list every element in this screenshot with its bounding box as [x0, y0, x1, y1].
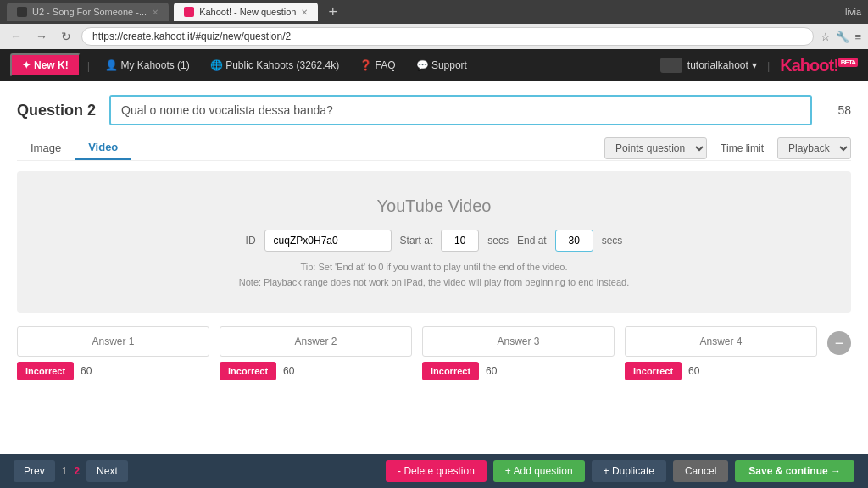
- answer-1-footer: Incorrect 60: [17, 362, 209, 380]
- tab-label-kahoot: Kahoot! - New question: [199, 7, 296, 17]
- faq-icon: ❓: [359, 59, 372, 71]
- back-button[interactable]: ←: [7, 28, 25, 45]
- person-icon: 👤: [105, 59, 118, 71]
- answer-3-status-button[interactable]: Incorrect: [422, 362, 479, 380]
- app-navbar: ✦ New K! | 👤 My Kahoots (1) 🌐 Public Kah…: [0, 49, 868, 81]
- extension-icon[interactable]: 🔧: [836, 30, 849, 43]
- prev-button[interactable]: Prev: [14, 460, 55, 482]
- forward-button[interactable]: →: [32, 28, 51, 45]
- answer-3-footer: Incorrect 60: [422, 362, 615, 380]
- video-tip: Tip: Set 'End at' to 0 if you want to pl…: [34, 262, 834, 272]
- video-start-label: Start at: [400, 235, 433, 247]
- star-icon[interactable]: ☆: [821, 30, 831, 43]
- browser-icons: ☆ 🔧 ≡: [821, 30, 861, 43]
- chevron-down-icon: ▾: [752, 59, 757, 71]
- faq-link[interactable]: ❓ FAQ: [351, 55, 403, 75]
- new-k-label: New K!: [34, 59, 69, 71]
- video-inputs-row: ID Start at secs End at secs: [34, 230, 834, 252]
- video-end-label: End at: [517, 235, 547, 247]
- answer-3-input[interactable]: [422, 326, 615, 357]
- video-note: Note: Playback range does not work on iP…: [34, 277, 834, 287]
- delete-answer-button[interactable]: −: [827, 331, 851, 355]
- support-link[interactable]: 💬 Support: [408, 55, 476, 75]
- answer-col-2: Incorrect 60: [220, 326, 412, 380]
- nav-user-icon: [660, 58, 682, 73]
- answer-col-4: Incorrect 60: [625, 326, 817, 380]
- save-continue-button[interactable]: Save & continue →: [735, 460, 854, 482]
- support-icon: 💬: [416, 59, 429, 71]
- tab-favicon-u2: [17, 7, 27, 17]
- tab-u2[interactable]: U2 - Song For Someone -... ✕: [7, 3, 169, 21]
- kahoot-logo: Kahoot!BETA: [780, 56, 858, 75]
- video-panel: YouTube Video ID Start at secs End at se…: [17, 171, 851, 313]
- question-label: Question 2: [17, 102, 96, 119]
- next-button[interactable]: Next: [86, 460, 128, 482]
- playback-select[interactable]: Playback: [777, 137, 851, 159]
- video-start-unit: secs: [487, 235, 509, 247]
- new-k-button[interactable]: ✦ New K!: [10, 53, 81, 77]
- new-tab-button[interactable]: +: [328, 3, 337, 21]
- tab-label-u2: U2 - Song For Someone -...: [32, 7, 147, 17]
- answer-col-3: Incorrect 60: [422, 326, 615, 380]
- tab-favicon-kahoot: [184, 7, 194, 17]
- answers-grid: Incorrect 60 Incorrect 60: [17, 326, 817, 380]
- video-title: YouTube Video: [34, 197, 834, 216]
- menu-icon[interactable]: ≡: [854, 30, 861, 43]
- tab-video[interactable]: Video: [75, 136, 131, 160]
- answer-col-1: Incorrect 60: [17, 326, 209, 380]
- answer-1-input[interactable]: [17, 326, 209, 357]
- char-count: 58: [826, 103, 851, 117]
- answer-1-status-button[interactable]: Incorrect: [17, 362, 74, 380]
- nav-user[interactable]: tutorialkahoot ▾: [660, 58, 757, 73]
- page-num-2[interactable]: 2: [74, 465, 80, 477]
- bottom-toolbar: Prev 1 2 Next - Delete question + Add qu…: [0, 454, 868, 488]
- reload-button[interactable]: ↻: [58, 28, 75, 45]
- answer-2-input[interactable]: [220, 326, 412, 357]
- answer-4-footer: Incorrect 60: [625, 362, 817, 380]
- answer-4-status-button[interactable]: Incorrect: [625, 362, 682, 380]
- browser-titlebar: U2 - Song For Someone -... ✕ Kahoot! - N…: [0, 0, 868, 24]
- answer-2-footer: Incorrect 60: [220, 362, 412, 380]
- new-k-icon: ✦: [22, 59, 31, 71]
- answer-4-input[interactable]: [625, 326, 817, 357]
- video-end-input[interactable]: [555, 230, 593, 252]
- browser-user: livia: [845, 7, 861, 17]
- address-bar[interactable]: [81, 27, 814, 46]
- question-text-input[interactable]: [109, 95, 812, 125]
- page-num-1[interactable]: 1: [62, 465, 68, 477]
- public-kahoots-link[interactable]: 🌐 Public Kahoots (3262.4k): [202, 55, 348, 75]
- video-id-input[interactable]: [264, 230, 392, 252]
- question-header: Question 2 58: [17, 95, 851, 125]
- tab-kahoot[interactable]: Kahoot! - New question ✕: [174, 3, 318, 21]
- add-question-button[interactable]: + Add question: [493, 460, 585, 482]
- main-content: Question 2 58 Image Video Points questio…: [0, 81, 868, 454]
- answer-2-status-button[interactable]: Incorrect: [220, 362, 276, 380]
- video-start-input[interactable]: [441, 230, 479, 252]
- cancel-button[interactable]: Cancel: [673, 460, 728, 482]
- browser-addressbar: ← → ↻ ☆ 🔧 ≡: [0, 24, 868, 49]
- tab-right-controls: Points question Time limit Playback: [604, 137, 851, 159]
- my-kahoots-link[interactable]: 👤 My Kahoots (1): [97, 55, 198, 75]
- answers-area: Incorrect 60 Incorrect 60: [17, 326, 851, 380]
- tab-image[interactable]: Image: [17, 136, 75, 159]
- video-id-label: ID: [246, 235, 256, 247]
- delete-question-button[interactable]: - Delete question: [386, 460, 487, 482]
- duplicate-button[interactable]: + Duplicate: [592, 460, 666, 482]
- points-select[interactable]: Points question: [604, 137, 707, 159]
- tab-close-kahoot[interactable]: ✕: [301, 8, 308, 17]
- answer-1-points: 60: [81, 365, 92, 377]
- answer-4-points: 60: [688, 365, 699, 377]
- tabs-row: Image Video Points question Time limit P…: [17, 136, 851, 161]
- video-end-unit: secs: [602, 235, 623, 247]
- tab-close-u2[interactable]: ✕: [152, 8, 159, 17]
- answer-3-points: 60: [486, 365, 497, 377]
- globe-icon: 🌐: [210, 59, 223, 71]
- time-limit-label: Time limit: [721, 142, 764, 154]
- answer-2-points: 60: [283, 365, 294, 377]
